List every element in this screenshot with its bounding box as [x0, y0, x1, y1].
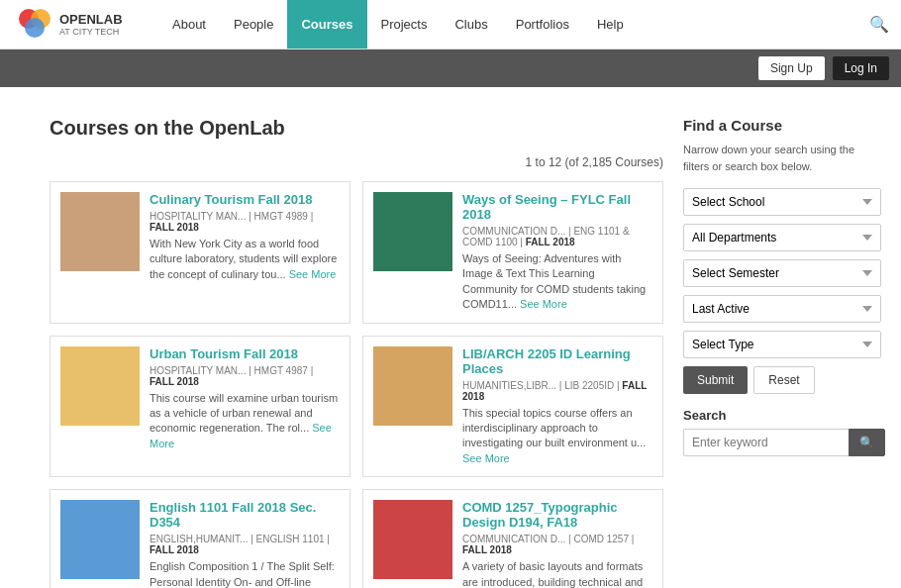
results-info: 1 to 12 (of 2,185 Courses)	[50, 155, 663, 169]
course-info: LIB/ARCH 2205 ID Learning Places HUMANIT…	[462, 346, 652, 467]
course-title[interactable]: Urban Tourism Fall 2018	[150, 346, 340, 361]
svg-rect-8	[373, 500, 452, 579]
reset-button[interactable]: Reset	[753, 366, 814, 394]
login-button[interactable]: Log In	[833, 56, 889, 80]
course-card: Culinary Tourism Fall 2018 HOSPITALITY M…	[50, 181, 350, 324]
filter-type[interactable]: Select Type	[683, 331, 881, 358]
logo-text: OPENLAB	[59, 12, 123, 28]
course-meta: HOSPITALITY MAN... | HMGT 4987 | FALL 20…	[150, 365, 340, 387]
search-row: 🔍	[683, 429, 881, 456]
signup-button[interactable]: Sign Up	[758, 56, 825, 80]
course-meta: COMMUNICATION D... | COMD 1257 | FALL 20…	[462, 534, 652, 555]
course-desc: This course will examine urban tourism a…	[150, 391, 340, 452]
page-title: Courses on the OpenLab	[50, 117, 663, 140]
filter-department[interactable]: All Departments	[683, 224, 881, 251]
course-desc: This special topics course offers an int…	[462, 406, 652, 467]
see-more-link[interactable]: See More	[462, 452, 510, 464]
filter-semester[interactable]: Select Semester	[683, 259, 881, 287]
nav-links: About People Courses Projects Clubs Port…	[158, 0, 869, 49]
main-content: Courses on the OpenLab 1 to 12 (of 2,185…	[0, 87, 901, 588]
course-thumbnail	[60, 500, 140, 579]
course-thumbnail	[373, 192, 452, 271]
course-thumbnail	[373, 346, 452, 426]
svg-point-2	[25, 18, 45, 38]
logo-subtext: AT CITY TECH	[59, 27, 123, 37]
filter-lastactive[interactable]: Last Active	[683, 295, 881, 323]
filter-buttons: Submit Reset	[683, 366, 881, 394]
svg-rect-3	[60, 192, 140, 271]
svg-rect-7	[60, 500, 140, 579]
course-title[interactable]: LIB/ARCH 2205 ID Learning Places	[462, 346, 652, 376]
course-title[interactable]: COMD 1257_Typographic Design D194, FA18	[462, 500, 652, 530]
course-meta: HOSPITALITY MAN... | HMGT 4989 | FALL 20…	[150, 211, 340, 233]
search-input[interactable]	[683, 429, 849, 456]
course-desc: English Composition 1 / The Split Self: …	[150, 559, 340, 588]
course-title[interactable]: Culinary Tourism Fall 2018	[150, 192, 340, 207]
top-bar: Sign Up Log In	[0, 49, 901, 87]
course-desc: Ways of Seeing: Adventures with Image & …	[462, 251, 652, 313]
course-card: COMD 1257_Typographic Design D194, FA18 …	[362, 489, 663, 588]
course-info: Culinary Tourism Fall 2018 HOSPITALITY M…	[150, 192, 340, 282]
sidebar: Find a Course Narrow down your search us…	[683, 117, 881, 588]
course-title[interactable]: English 1101 Fall 2018 Sec. D354	[150, 500, 340, 530]
course-info: Urban Tourism Fall 2018 HOSPITALITY MAN.…	[150, 346, 340, 452]
nav-search-area: 🔍	[869, 15, 901, 34]
main-nav: OPENLAB AT CITY TECH About People Course…	[0, 0, 901, 49]
course-info: Ways of Seeing – FYLC Fall 2018 COMMUNIC…	[462, 192, 652, 313]
nav-people[interactable]: People	[220, 0, 287, 49]
sidebar-title: Find a Course	[683, 117, 881, 134]
course-desc: A variety of basic layouts and formats a…	[462, 559, 652, 588]
search-label: Search	[683, 408, 881, 423]
course-card: Urban Tourism Fall 2018 HOSPITALITY MAN.…	[50, 336, 350, 478]
see-more-link[interactable]: See More	[520, 298, 567, 310]
course-card: LIB/ARCH 2205 ID Learning Places HUMANIT…	[362, 336, 663, 478]
nav-about[interactable]: About	[158, 0, 220, 49]
nav-search-button[interactable]: 🔍	[869, 15, 889, 34]
course-meta: COMMUNICATION D... | ENG 1101 & COMD 110…	[462, 226, 652, 247]
course-info: COMD 1257_Typographic Design D194, FA18 …	[462, 500, 652, 588]
course-card: Ways of Seeing – FYLC Fall 2018 COMMUNIC…	[362, 181, 663, 324]
nav-courses[interactable]: Courses	[287, 0, 366, 49]
search-submit-button[interactable]: 🔍	[849, 429, 885, 456]
nav-help[interactable]: Help	[583, 0, 638, 49]
sidebar-desc: Narrow down your search using the filter…	[683, 142, 881, 174]
course-title[interactable]: Ways of Seeing – FYLC Fall 2018	[462, 192, 652, 222]
course-desc: With New York City as a world food cultu…	[150, 237, 340, 282]
nav-portfolios[interactable]: Portfolios	[502, 0, 583, 49]
course-card: English 1101 Fall 2018 Sec. D354 ENGLISH…	[50, 489, 350, 588]
courses-area: Courses on the OpenLab 1 to 12 (of 2,185…	[50, 117, 663, 588]
see-more-link[interactable]: See More	[150, 422, 332, 448]
logo[interactable]: OPENLAB AT CITY TECH	[0, 6, 158, 44]
course-thumbnail	[60, 346, 140, 426]
see-more-link[interactable]: See More	[289, 268, 337, 280]
courses-grid: Culinary Tourism Fall 2018 HOSPITALITY M…	[50, 181, 663, 588]
svg-rect-5	[60, 346, 140, 426]
filter-school[interactable]: Select School	[683, 188, 881, 216]
nav-clubs[interactable]: Clubs	[441, 0, 501, 49]
svg-rect-6	[373, 346, 452, 426]
nav-projects[interactable]: Projects	[367, 0, 442, 49]
svg-rect-4	[373, 192, 452, 271]
submit-button[interactable]: Submit	[683, 366, 748, 394]
course-thumbnail	[60, 192, 140, 271]
course-meta: HUMANITIES,LIBR... | LIB 2205ID | FALL 2…	[462, 380, 652, 402]
course-meta: ENGLISH,HUMANIT... | ENGLISH 1101 | FALL…	[150, 534, 340, 555]
course-info: English 1101 Fall 2018 Sec. D354 ENGLISH…	[150, 500, 340, 588]
course-thumbnail	[373, 500, 452, 579]
